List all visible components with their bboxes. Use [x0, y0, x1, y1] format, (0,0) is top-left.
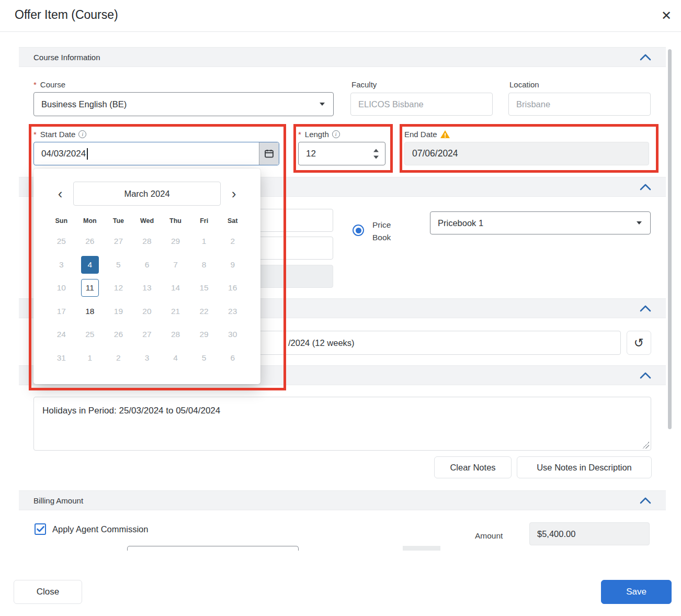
calendar-day-cell: 27 — [133, 323, 162, 346]
calendar-day-cell: 16 — [218, 276, 247, 300]
calendar-day[interactable]: 3 — [138, 349, 156, 367]
calendar-day-cell: 6 — [218, 346, 247, 370]
calendar-day[interactable]: 26 — [81, 232, 99, 250]
calendar-day-cell: 11 — [76, 276, 105, 300]
calendar-day[interactable]: 21 — [167, 303, 185, 320]
calendar-day[interactable]: 8 — [195, 256, 213, 274]
previous-month-button[interactable]: ‹ — [50, 182, 70, 205]
end-date-field: 07/06/2024 — [404, 142, 649, 165]
section-billing-amount: Billing Amount — [19, 490, 666, 510]
notes-textarea[interactable]: Holidays in Period: 25/03/2024 to 05/04/… — [33, 397, 651, 451]
calendar-day[interactable]: 27 — [109, 232, 127, 250]
calendar-day[interactable]: 20 — [138, 303, 156, 320]
next-month-button[interactable]: › — [224, 182, 244, 205]
calendar-day[interactable]: 4 — [167, 349, 185, 367]
vertical-scrollbar-thumb[interactable] — [668, 49, 672, 429]
stepper-down-icon[interactable] — [373, 155, 379, 159]
pricebook-select[interactable]: Pricebook 1 — [430, 211, 651, 234]
calendar-day[interactable]: 18 — [81, 303, 99, 320]
apply-agent-commission-checkbox[interactable] — [35, 523, 46, 535]
month-year-button[interactable]: March 2024 — [73, 182, 221, 206]
calendar-day-cell: 23 — [218, 300, 247, 323]
calendar-day[interactable]: 19 — [109, 303, 127, 320]
required-asterisk: * — [298, 130, 301, 139]
calendar-day-cell: 2 — [218, 230, 247, 253]
description-value: /2024 (12 weeks) — [288, 338, 355, 348]
chevron-up-icon[interactable] — [640, 184, 651, 191]
calendar-day-cell: 1 — [190, 230, 219, 253]
stepper-up-icon[interactable] — [373, 149, 379, 152]
calendar-day[interactable]: 2 — [224, 232, 242, 250]
calendar-day[interactable]: 27 — [138, 326, 156, 343]
length-input[interactable]: 12 — [298, 142, 385, 165]
calendar-day[interactable]: 25 — [81, 326, 99, 343]
calendar-weekday-label: Sun — [47, 217, 76, 225]
modal-header: Offer Item (Course) ✕ — [0, 0, 681, 32]
length-label: *Length i — [298, 130, 340, 139]
calendar-day[interactable]: 1 — [195, 232, 213, 250]
amount-field: $5,400.00 — [529, 522, 650, 545]
location-field: Brisbane — [508, 93, 651, 116]
calendar-day[interactable]: 15 — [195, 279, 213, 297]
calendar-day[interactable]: 14 — [167, 279, 185, 297]
calendar-day-cell: 6 — [133, 253, 162, 277]
calendar-day[interactable]: 29 — [195, 326, 213, 343]
price-book-radio[interactable] — [353, 225, 364, 236]
calendar-day[interactable]: 30 — [224, 326, 242, 343]
chevron-right-icon: › — [232, 186, 236, 202]
calendar-day[interactable]: 12 — [109, 279, 127, 297]
calendar-day-cell: 30 — [218, 323, 247, 346]
close-button[interactable]: ✕ — [656, 5, 677, 26]
calendar-day[interactable]: 6 — [224, 349, 242, 367]
history-icon: ↺ — [634, 336, 644, 350]
calendar-day-cell: 10 — [47, 276, 76, 300]
calendar-day[interactable]: 6 — [138, 256, 156, 274]
chevron-up-icon[interactable] — [640, 305, 651, 312]
modal-title: Offer Item (Course) — [15, 8, 118, 22]
calendar-day[interactable]: 13 — [138, 279, 156, 297]
calendar-icon[interactable] — [259, 142, 279, 165]
calendar-day[interactable]: 1 — [81, 349, 99, 367]
course-select[interactable]: Business English (BE) — [33, 92, 334, 116]
save-button[interactable]: Save — [601, 580, 672, 604]
calendar-day[interactable]: 16 — [224, 279, 242, 297]
calendar-day[interactable]: 11 — [81, 279, 99, 297]
calendar-day[interactable]: 25 — [52, 232, 70, 250]
clear-notes-button[interactable]: Clear Notes — [434, 456, 512, 478]
chevron-up-icon[interactable] — [640, 54, 651, 61]
calendar-day[interactable]: 10 — [52, 279, 70, 297]
calendar-day[interactable]: 17 — [52, 303, 70, 320]
calendar-day[interactable]: 24 — [52, 326, 70, 343]
calendar-day[interactable]: 4 — [81, 256, 99, 274]
regenerate-description-button[interactable]: ↺ — [627, 331, 651, 355]
calendar-day-cell: 3 — [47, 253, 76, 277]
calendar-day[interactable]: 7 — [167, 256, 185, 274]
calendar-day[interactable]: 28 — [138, 232, 156, 250]
calendar-day[interactable]: 2 — [109, 349, 127, 367]
calendar-day[interactable]: 3 — [52, 256, 70, 274]
calendar-day-cell: 17 — [47, 300, 76, 323]
calendar-day[interactable]: 5 — [195, 349, 213, 367]
calendar-day[interactable]: 5 — [109, 256, 127, 274]
length-value: 12 — [306, 149, 316, 159]
close-button-footer[interactable]: Close — [14, 580, 82, 604]
calendar-weekday-label: Tue — [104, 217, 133, 225]
close-icon: ✕ — [661, 8, 672, 23]
calendar-day-cell: 27 — [104, 230, 133, 253]
calendar-day-cell: 22 — [190, 300, 219, 323]
calendar-day[interactable]: 31 — [52, 349, 70, 367]
number-stepper — [373, 149, 379, 159]
calendar-day[interactable]: 22 — [195, 303, 213, 320]
calendar-day[interactable]: 28 — [167, 326, 185, 343]
calendar-day[interactable]: 29 — [167, 232, 185, 250]
calendar-day[interactable]: 23 — [224, 303, 242, 320]
date-picker-popup: ‹ March 2024 › SunMonTueWedThuFriSat 252… — [33, 169, 260, 384]
chevron-up-icon[interactable] — [640, 497, 651, 504]
calendar-day[interactable]: 9 — [224, 256, 242, 274]
chevron-up-icon[interactable] — [640, 372, 651, 379]
use-notes-in-description-button[interactable]: Use Notes in Description — [517, 456, 652, 478]
calendar-day-cell: 31 — [47, 346, 76, 370]
start-date-input[interactable]: 04/03/2024 — [33, 142, 279, 165]
calendar-day[interactable]: 26 — [109, 326, 127, 343]
resize-handle[interactable] — [642, 442, 649, 449]
